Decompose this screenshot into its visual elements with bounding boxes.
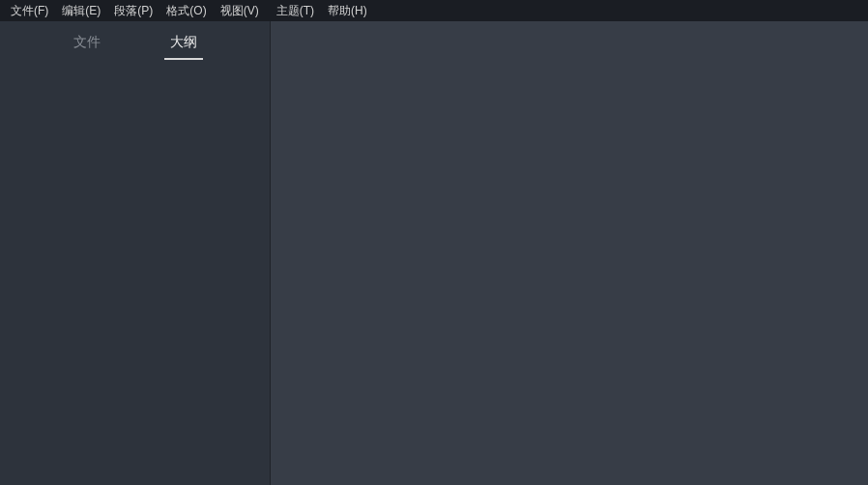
menu-view[interactable]: 视图(V) [214, 0, 266, 21]
tab-outline[interactable]: 大纲 [164, 26, 203, 60]
menu-help[interactable]: 帮助(H) [321, 0, 374, 21]
sidebar: 文件 大纲 [0, 21, 271, 485]
menubar: 文件(F) 编辑(E) 段落(P) 格式(O) 视图(V) 主题(T) 帮助(H… [0, 0, 868, 21]
tab-files[interactable]: 文件 [68, 26, 106, 60]
editor-area[interactable] [271, 21, 868, 485]
sidebar-tabs: 文件 大纲 [0, 21, 270, 60]
content-area: 文件 大纲 [0, 21, 868, 485]
menu-file[interactable]: 文件(F) [4, 0, 55, 21]
menu-format[interactable]: 格式(O) [159, 0, 213, 21]
menu-edit[interactable]: 编辑(E) [55, 0, 107, 21]
menu-paragraph[interactable]: 段落(P) [107, 0, 159, 21]
menu-theme[interactable]: 主题(T) [270, 0, 321, 21]
